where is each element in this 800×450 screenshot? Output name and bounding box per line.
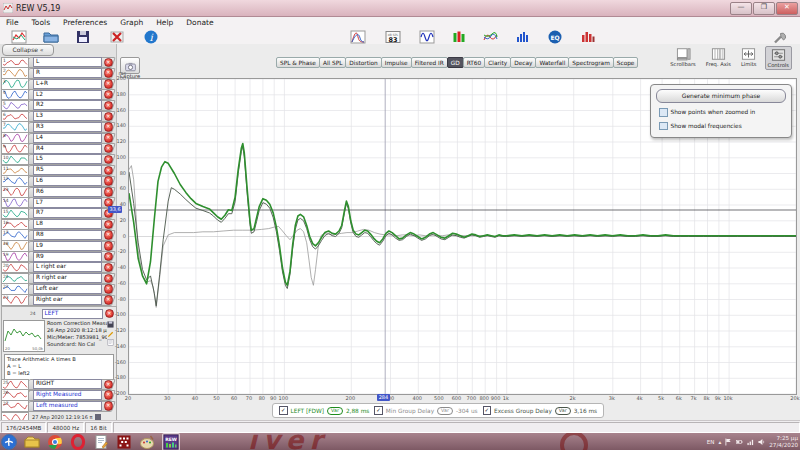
measurement-row[interactable]: 15R7✕	[1, 208, 114, 219]
collapse-sidebar-button[interactable]: Collapse «	[2, 44, 54, 56]
limits-button[interactable]: Limits	[739, 46, 759, 70]
measurement-row[interactable]: 1L✕	[1, 57, 114, 68]
measurement-row[interactable]: 5R2✕	[1, 100, 114, 111]
measurement-row[interactable]: 12L6✕	[1, 176, 114, 187]
tab-spectrogram[interactable]: Spectrogram	[568, 57, 613, 68]
menu-item-help[interactable]: Help	[155, 18, 174, 27]
menu-item-preferences[interactable]: Preferences	[62, 18, 108, 27]
legend-item-excess-group-delay[interactable]: ✓Excess Group DelayVar3,16 ms	[483, 406, 598, 415]
measurement-name-input[interactable]: L7	[33, 198, 102, 208]
measurement-name-input[interactable]: L6	[33, 176, 102, 186]
menu-item-file[interactable]: File	[5, 18, 20, 27]
tab-scope[interactable]: Scope	[613, 57, 639, 68]
start-button[interactable]	[1, 434, 17, 450]
remove-measurement-icon[interactable]: ✕	[104, 401, 114, 411]
measurement-row[interactable]: 7R3✕	[1, 122, 114, 133]
legend-checkbox[interactable]: ✓	[483, 406, 492, 415]
controls-button[interactable]: Controls	[765, 46, 792, 70]
measurement-row[interactable]: 22Left ear✕	[1, 284, 114, 295]
measurement-row[interactable]: 10L5✕	[1, 154, 114, 165]
measurement-name-input[interactable]: R	[33, 68, 102, 78]
taskbar-icon-app-grid[interactable]	[116, 434, 132, 450]
measurement-row[interactable]: 2R✕	[1, 68, 114, 79]
taskbar-icon-chrome[interactable]	[47, 434, 63, 450]
taskbar-clock[interactable]: 7:25 μμ 27/4/2020	[769, 435, 798, 449]
taskbar-icon-notepad[interactable]	[93, 434, 109, 450]
flag-icon[interactable]	[725, 438, 732, 446]
legend-item-min-group-delay[interactable]: ✓Min Group DelayVar-304 us	[374, 406, 477, 415]
smoothing-badge[interactable]: Var	[437, 407, 453, 415]
measurement-name-input[interactable]: Left measured	[33, 401, 102, 411]
measurement-name-input[interactable]: LEFT	[42, 309, 103, 319]
measurement-row[interactable]: 6L3✕	[1, 111, 114, 122]
measurement-name-input[interactable]: L2	[33, 90, 102, 100]
checkbox-row[interactable]: Show points when zoomed in	[659, 108, 791, 117]
tab-spl-phase[interactable]: SPL & Phase	[276, 57, 320, 68]
tab-impulse[interactable]: Impulse	[381, 57, 412, 68]
measurement-row[interactable]: 13R6✕	[1, 187, 114, 198]
measurement-name-input[interactable]: R8	[33, 230, 102, 240]
measurement-row[interactable]: 3L+R✕	[1, 79, 114, 90]
measurement-row[interactable]: 19R9✕	[1, 251, 114, 262]
measurement-row[interactable]: 9R4✕	[1, 143, 114, 154]
volume-icon[interactable]	[758, 438, 765, 446]
title-bar[interactable]: REW V5,19 — ❐ ✕	[0, 0, 800, 17]
tab-rt60[interactable]: RT60	[463, 57, 486, 68]
legend-checkbox[interactable]: ✓	[374, 406, 383, 415]
measurement-row[interactable]: 23Right ear✕	[1, 295, 114, 306]
measurement-name-input[interactable]: R3	[33, 122, 102, 132]
measurement-row[interactable]: 18L9✕	[1, 241, 114, 252]
measurement-name-input[interactable]: R6	[33, 187, 102, 197]
taskbar-icon-explorer[interactable]	[24, 434, 40, 450]
tab-distortion[interactable]: Distortion	[345, 57, 381, 68]
measurement-name-input[interactable]: L4	[33, 133, 102, 143]
taskbar-icon-paint[interactable]	[139, 434, 155, 450]
legend-item-left-fdw[interactable]: ✓LEFT [FDW]Var2,88 ms	[279, 406, 369, 415]
tab-decay[interactable]: Decay	[510, 57, 536, 68]
language-indicator[interactable]: EN	[707, 439, 715, 445]
menu-item-donate[interactable]: Donate	[185, 18, 214, 27]
checkbox-unchecked[interactable]	[659, 122, 668, 131]
measurement-row[interactable]: 17R8✕	[1, 230, 114, 241]
measurement-row[interactable]: 11R5✕	[1, 165, 114, 176]
battery-icon[interactable]	[736, 438, 743, 446]
tab-clarity[interactable]: Clarity	[484, 57, 511, 68]
remove-measurement-icon[interactable]: ✕	[104, 112, 114, 122]
restore-button[interactable]: ❐	[753, 2, 775, 15]
measurement-row[interactable]: 8L4✕	[1, 133, 114, 144]
generate-minimum-phase-button[interactable]: Generate minimum phase	[656, 89, 786, 103]
remove-measurement-icon[interactable]: ✕	[104, 380, 114, 390]
smoothing-badge[interactable]: Var	[555, 407, 571, 415]
measurement-name-input[interactable]: R right ear	[33, 273, 102, 283]
measurement-name-input[interactable]: R2	[33, 100, 102, 110]
measurement-name-input[interactable]: L	[33, 57, 102, 67]
measurement-row[interactable]: 21R right ear✕	[1, 273, 114, 284]
checkbox-unchecked[interactable]	[659, 108, 668, 117]
measurement-name-input[interactable]: RIGHT	[33, 379, 102, 389]
measurement-row[interactable]: 14L7✕	[1, 197, 114, 208]
menu-item-tools[interactable]: Tools	[31, 18, 51, 27]
tab-filtered-ir[interactable]: Filtered IR	[411, 57, 448, 68]
network-icon[interactable]	[747, 438, 754, 446]
measurement-row[interactable]: 4L2✕	[1, 89, 114, 100]
measurement-name-input[interactable]: R5	[33, 165, 102, 175]
measurement-name-input[interactable]: R9	[33, 252, 102, 262]
minimize-button[interactable]: —	[730, 2, 752, 15]
measurement-row[interactable]: 16L8✕	[1, 219, 114, 230]
measurement-row[interactable]: 25RIGHT✕	[1, 379, 114, 390]
taskbar-icon-rew[interactable]: REW	[162, 433, 180, 450]
measurement-name-input[interactable]: L9	[33, 241, 102, 251]
smoothing-badge[interactable]: Var	[327, 407, 343, 415]
measurement-name-input[interactable]: Right Measured	[33, 390, 102, 400]
measurement-row[interactable]: 27Left measured✕	[1, 401, 114, 412]
measurement-row[interactable]: 26Right Measured✕	[1, 390, 114, 401]
measurement-name-input[interactable]: Left ear	[33, 284, 102, 294]
measurement-name-input[interactable]: L3	[33, 111, 102, 121]
taskbar-icon-opera[interactable]	[70, 434, 86, 450]
measurement-row[interactable]: 20L right ear✕	[1, 262, 114, 273]
tray-expand-icon[interactable]: ▴	[719, 439, 722, 445]
measurement-name-input[interactable]: L+R	[33, 79, 102, 89]
measurement-name-input[interactable]: L right ear	[33, 262, 102, 272]
remove-measurement-icon[interactable]: ✕	[104, 58, 114, 68]
measurement-name-input[interactable]: Right ear	[33, 295, 102, 305]
